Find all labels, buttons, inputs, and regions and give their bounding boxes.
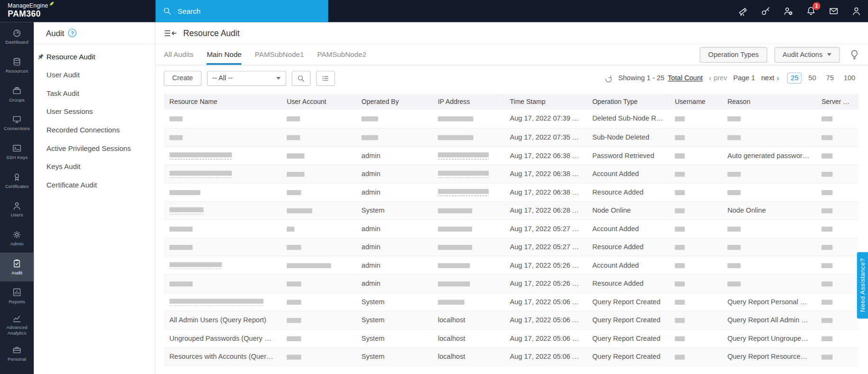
column-header-reason[interactable]: Reason [722, 94, 816, 110]
help-icon[interactable]: ? [68, 29, 77, 37]
user-settings-icon[interactable] [783, 6, 793, 16]
cell-redacted [669, 110, 722, 128]
redacted-value [169, 170, 232, 178]
page-size-25[interactable]: 25 [787, 73, 802, 84]
cell-value: localhost [432, 347, 504, 366]
create-button[interactable]: Create [164, 71, 201, 86]
tab-pamsubnode1[interactable]: PAMSubNode1 [255, 44, 304, 65]
table-row[interactable]: SystemAug 17, 2022 06:28 AMNode OnlineNo… [164, 201, 859, 220]
table-row[interactable]: Aug 17, 2022 07:39 AMDeleted Sub-Node Re… [164, 110, 859, 128]
table-row[interactable]: Aug 17, 2022 07:35 AMSub-Node Deleted [164, 128, 859, 147]
submenu-item-label: Certificate Audit [46, 181, 97, 189]
sidebar-item-groups[interactable]: Groups [0, 80, 34, 109]
need-assistance-tab[interactable]: Need Assistance? [857, 252, 868, 318]
cell-value: System [356, 311, 432, 329]
sidebar-item-audit[interactable]: Audit [0, 252, 34, 281]
audit-actions-button[interactable]: Audit Actions [774, 47, 840, 63]
lightbulb-icon[interactable] [849, 49, 859, 60]
total-count-link[interactable]: Total Count [668, 74, 703, 82]
submenu-item-recorded-connections[interactable]: Recorded Connections [34, 121, 155, 139]
refresh-icon[interactable] [604, 74, 612, 83]
sidebar-item-admin[interactable]: Admin [0, 224, 34, 253]
collapse-panel-icon[interactable] [164, 28, 177, 37]
table-row[interactable]: Ungrouped Passwords (Query Report)System… [164, 329, 859, 347]
node-tabs: All AuditsMain NodePAMSubNode1PAMSubNode… [164, 44, 366, 65]
mail-icon[interactable] [829, 6, 839, 16]
table-search-button[interactable] [292, 71, 311, 86]
cell-redacted [432, 256, 504, 274]
analytics-icon [12, 313, 22, 323]
table-row[interactable]: Resources with Accounts (Query Re...Syst… [164, 347, 859, 366]
redacted-value [822, 318, 832, 323]
column-header-time-stamp[interactable]: Time Stamp [504, 94, 587, 110]
table-row[interactable]: SystemAug 17, 2022 05:06 AMQuery Report … [164, 292, 859, 311]
announcements-icon[interactable] [738, 6, 748, 16]
redacted-value [822, 172, 832, 177]
brand-logo[interactable]: ManageEngine PAM360 [0, 0, 155, 22]
page-size-50[interactable]: 50 [805, 73, 819, 84]
table-row[interactable]: adminAug 17, 2022 06:38 AMResource Added [164, 183, 859, 201]
operation-filter-select[interactable]: -- All -- [207, 71, 286, 86]
page-size-75[interactable]: 75 [823, 73, 837, 84]
column-header-resource-name[interactable]: Resource Name [164, 94, 282, 110]
tab-pamsubnode2[interactable]: PAMSubNode2 [317, 44, 366, 65]
redacted-value [822, 190, 832, 195]
column-header-username[interactable]: Username [669, 94, 722, 110]
search-input[interactable] [178, 7, 300, 16]
table-row[interactable]: adminAug 17, 2022 05:27 AMResource Added [164, 238, 859, 256]
submenu-item-user-audit[interactable]: User Audit [34, 66, 155, 84]
tab-main-node[interactable]: Main Node [207, 44, 241, 65]
submenu-item-active-privileged-sessions[interactable]: Active Privileged Sessions [34, 139, 155, 158]
magnifier-icon [297, 74, 305, 83]
sidebar-item-resources[interactable]: Resources [0, 51, 34, 80]
tab-all-audits[interactable]: All Audits [164, 44, 193, 65]
prev-page-button[interactable]: ‹ prev [709, 74, 727, 82]
submenu-item-resource-audit[interactable]: Resource Audit [34, 47, 155, 66]
table-row[interactable]: adminAug 17, 2022 05:27 AMAccount Added [164, 219, 859, 238]
certificates-icon [12, 172, 22, 182]
cell-redacted [164, 256, 282, 274]
cell-value: Aug 17, 2022 06:38 AM [504, 146, 587, 165]
sidebar-item-personal[interactable]: Personal [0, 339, 34, 368]
table-row[interactable]: adminAug 17, 2022 05:26 AMAccount Added [164, 256, 859, 274]
sidebar-item-certificates[interactable]: Certificates [0, 166, 34, 195]
table-row[interactable]: adminAug 17, 2022 06:38 AMAccount Added [164, 165, 859, 183]
chevron-right-icon: › [777, 74, 779, 82]
brand-manageengine: ManageEngine [8, 3, 48, 9]
cell-redacted [816, 274, 859, 293]
page-size-100[interactable]: 100 [841, 73, 859, 84]
key-icon[interactable] [760, 6, 770, 16]
column-header-operated-by[interactable]: Operated By [356, 94, 432, 110]
global-search-bar[interactable] [155, 0, 328, 22]
sidebar-item-dashboard[interactable]: Dashboard [0, 22, 34, 51]
notifications-bell-icon[interactable]: 1 [806, 6, 816, 16]
sidebar-item-ssh-keys[interactable]: SSH Keys [0, 138, 34, 167]
submenu-item-task-audit[interactable]: Task Audit [34, 84, 155, 103]
cell-value: Query Report Ungrouped P... [722, 329, 816, 347]
cell-value: Query Report Created [587, 311, 669, 329]
table-row[interactable]: All Admin Users (Query Report)Systemloca… [164, 311, 859, 329]
sidebar-item-reports[interactable]: Reports [0, 281, 34, 310]
column-header-ip-address[interactable]: IP Address [432, 94, 504, 110]
cell-redacted [669, 238, 722, 256]
column-settings-button[interactable] [316, 71, 335, 86]
profile-icon[interactable] [851, 6, 861, 16]
sidebar-item-label: Personal [7, 356, 27, 362]
cell-redacted [432, 110, 504, 128]
table-row[interactable]: adminAug 17, 2022 06:38 AMPassword Retri… [164, 146, 859, 165]
column-header-user-account[interactable]: User Account [281, 94, 356, 110]
next-page-button[interactable]: next › [761, 74, 779, 82]
operation-types-button[interactable]: Operation Types [700, 47, 767, 63]
submenu-item-certificate-audit[interactable]: Certificate Audit [34, 176, 155, 194]
submenu-item-keys-audit[interactable]: Keys Audit [34, 158, 155, 176]
redacted-value [287, 245, 301, 250]
table-row[interactable]: adminAug 17, 2022 05:26 AMResource Added [164, 274, 859, 293]
cell-value: Resource Added [587, 274, 669, 293]
column-header-server-name[interactable]: Server Name [816, 94, 859, 110]
submenu-item-user-sessions[interactable]: User Sessions [34, 103, 155, 121]
sidebar-item-users[interactable]: Users [0, 195, 34, 224]
sidebar-item-connections[interactable]: Connections [0, 109, 34, 138]
column-header-operation-type[interactable]: Operation Type [587, 94, 669, 110]
sidebar-item-advanced-analytics[interactable]: Advanced Analytics [0, 310, 34, 339]
redacted-value [287, 318, 301, 323]
